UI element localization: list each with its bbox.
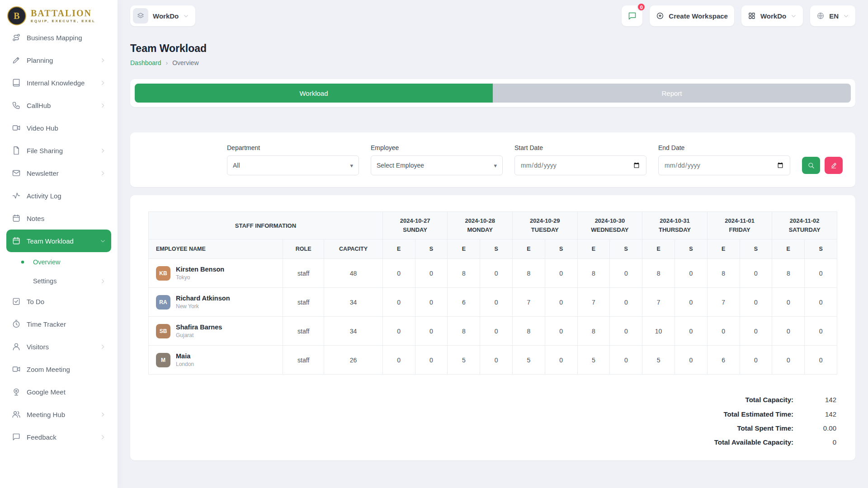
chat-button[interactable]: 0 xyxy=(622,5,642,26)
hours-cell: 0 xyxy=(675,288,707,317)
sidebar-item-video-hub[interactable]: Video Hub xyxy=(6,117,111,139)
avatar: KB xyxy=(156,266,170,281)
sidebar-item-label: Time Tracker xyxy=(27,320,66,328)
hours-cell: 7 xyxy=(577,288,610,317)
hours-cell: 0 xyxy=(382,346,415,375)
workspace-switcher[interactable]: WorkDo xyxy=(130,5,195,26)
workspace-menu[interactable]: WorkDo xyxy=(741,5,803,26)
hours-cell: 0 xyxy=(610,317,642,346)
hours-cell: 0 xyxy=(382,288,415,317)
end-date-input[interactable] xyxy=(658,155,790,175)
table-row: KBKirsten BensonTokyostaff48008080808080… xyxy=(149,259,837,288)
employee-location: New York xyxy=(176,303,230,310)
tab-workload[interactable]: Workload xyxy=(135,84,493,103)
globe-icon xyxy=(816,12,825,20)
chevron-right-icon xyxy=(100,412,106,418)
es-header: S xyxy=(610,239,642,259)
chevron-down-icon xyxy=(183,13,189,19)
hours-cell: 8 xyxy=(707,259,740,288)
video-icon xyxy=(12,365,21,374)
employee-field: Employee Select Employee xyxy=(371,144,503,175)
es-header: S xyxy=(740,239,772,259)
start-date-field: Start Date xyxy=(514,144,646,175)
day-header: 2024-10-29TUESDAY xyxy=(513,212,578,239)
file-icon xyxy=(12,146,21,155)
hours-cell: 8 xyxy=(577,317,610,346)
chevron-down-icon xyxy=(100,238,106,244)
hours-cell: 8 xyxy=(772,259,805,288)
role-cell: staff xyxy=(283,288,324,317)
employee-location: Gujarat xyxy=(176,332,222,338)
sidebar-item-internal-knowledge[interactable]: Internal Knowledge xyxy=(6,71,111,94)
tab-report[interactable]: Report xyxy=(493,84,851,103)
chevron-right-icon xyxy=(100,148,106,154)
department-select[interactable]: All xyxy=(227,155,359,175)
sidebar-item-visitors[interactable]: Visitors xyxy=(6,335,111,358)
table-row: SBShafira BarnesGujaratstaff340080808010… xyxy=(149,317,837,346)
staff-information-header: STAFF INFORMATION xyxy=(149,212,383,239)
workspace-icon xyxy=(133,8,148,23)
grid-icon xyxy=(748,12,756,20)
day-header: 2024-10-31THURSDAY xyxy=(642,212,708,239)
activity-icon xyxy=(12,191,21,200)
sidebar-nav: Business MappingPlanningInternal Knowled… xyxy=(0,26,118,488)
create-workspace-label: Create Workspace xyxy=(669,12,728,20)
route-icon xyxy=(12,33,21,42)
hours-cell: 0 xyxy=(382,317,415,346)
sidebar-item-newsletter[interactable]: Newsletter xyxy=(6,162,111,184)
hours-cell: 0 xyxy=(480,346,513,375)
sidebar-item-team-workload[interactable]: Team Workload xyxy=(6,230,111,252)
hours-cell: 0 xyxy=(805,317,837,346)
create-workspace-button[interactable]: Create Workspace xyxy=(650,5,734,26)
sidebar-item-time-tracker[interactable]: Time Tracker xyxy=(6,313,111,335)
sidebar-item-settings[interactable]: Settings xyxy=(6,272,111,290)
search-button[interactable] xyxy=(802,157,820,174)
es-header: E xyxy=(577,239,610,259)
hours-cell: 8 xyxy=(513,259,545,288)
sidebar-item-meeting-hub[interactable]: Meeting Hub xyxy=(6,403,111,426)
employee-name: Maia xyxy=(176,352,194,360)
sidebar-item-to-do[interactable]: To Do xyxy=(6,290,111,313)
chevron-down-icon xyxy=(791,13,797,19)
hours-cell: 8 xyxy=(448,317,480,346)
calendar-icon xyxy=(12,214,21,223)
sidebar-item-feedback[interactable]: Feedback xyxy=(6,426,111,448)
language-selector[interactable]: EN xyxy=(810,5,855,26)
sidebar-item-overview[interactable]: Overview xyxy=(6,252,111,272)
hours-cell: 5 xyxy=(513,346,545,375)
sidebar-item-label: Zoom Meeting xyxy=(27,366,70,373)
workspace-switcher-label: WorkDo xyxy=(153,12,179,20)
dot-icon xyxy=(18,258,27,267)
employee-select[interactable]: Select Employee xyxy=(371,155,503,175)
hours-cell: 0 xyxy=(675,259,707,288)
table-row: MMaiaLondonstaff2600505050506000 xyxy=(149,346,837,375)
hours-cell: 0 xyxy=(805,259,837,288)
workspace-menu-label: WorkDo xyxy=(760,12,786,20)
hours-cell: 0 xyxy=(772,317,805,346)
total-row: Total Spent Time:0.00 xyxy=(737,424,836,433)
video-icon xyxy=(12,123,21,132)
sidebar-item-label: Internal Knowledge xyxy=(27,79,85,87)
sidebar-item-activity-log[interactable]: Activity Log xyxy=(6,184,111,207)
filter-card: Department All Employee Select Employee … xyxy=(130,132,855,187)
hours-cell: 8 xyxy=(448,259,480,288)
start-date-input[interactable] xyxy=(514,155,646,175)
sidebar-item-planning[interactable]: Planning xyxy=(6,49,111,71)
calendar-icon xyxy=(12,236,21,245)
reset-button[interactable] xyxy=(825,157,843,174)
employee-name: Shafira Barnes xyxy=(176,324,222,331)
sidebar-item-file-sharing[interactable]: File Sharing xyxy=(6,139,111,162)
sidebar-item-zoom-meeting[interactable]: Zoom Meeting xyxy=(6,358,111,380)
sidebar-item-google-meet[interactable]: Google Meet xyxy=(6,380,111,403)
sidebar-item-notes[interactable]: Notes xyxy=(6,207,111,230)
workload-table: STAFF INFORMATION2024-10-27SUNDAY2024-10… xyxy=(148,211,837,375)
book-icon xyxy=(12,78,21,87)
total-row: Total Capacity:142 xyxy=(745,395,836,404)
breadcrumb: Dashboard › Overview xyxy=(130,59,855,66)
hours-cell: 0 xyxy=(675,317,707,346)
sidebar-item-business-mapping[interactable]: Business Mapping xyxy=(6,26,111,49)
hours-cell: 0 xyxy=(740,346,772,375)
breadcrumb-link-dashboard[interactable]: Dashboard xyxy=(130,59,161,66)
sidebar-item-callhub[interactable]: CallHub xyxy=(6,94,111,117)
clock-icon xyxy=(12,319,21,328)
